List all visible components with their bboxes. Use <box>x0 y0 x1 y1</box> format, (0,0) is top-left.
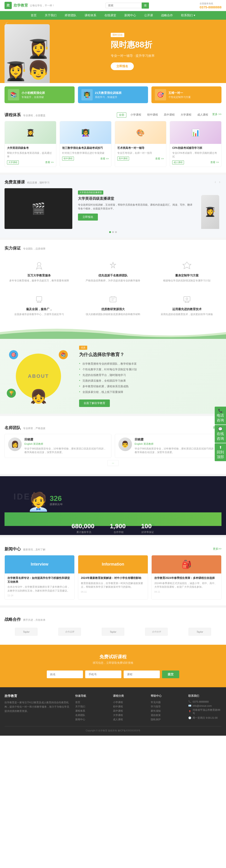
strength-name-1: 优先选派千名教师团队 <box>82 274 144 278</box>
footer-contact-val-0: 0375-8888888 <box>193 701 208 703</box>
nav-item-home[interactable]: 首页 <box>27 11 41 20</box>
course-body-1: 初三数学强化备考及基础考试技巧 针对初三学生数学薄弱点进行专项突破 初中课程 查… <box>60 144 111 163</box>
strength-section: 实力保证 专业团队，品质保障 百万大学教育服务 多年专注教育领域，服务学员超百万… <box>0 240 226 325</box>
course-image-3: 📊 <box>170 121 221 144</box>
footer-link-0-2[interactable]: 课程体系 <box>75 709 108 713</box>
search-button[interactable]: 搜 <box>142 2 149 9</box>
divider-6 <box>0 606 226 608</box>
footer-link-2-1[interactable]: 学习指导 <box>151 705 184 709</box>
news-more[interactable]: 更多>> <box>213 547 222 551</box>
courses-more[interactable]: 更多 >> <box>212 113 222 118</box>
live-prev-btn[interactable]: ‹ <box>215 180 216 184</box>
footer-link-2-4[interactable]: 隐私保护 <box>151 717 184 722</box>
banner-students: 👩‍🎓 <box>4 24 50 83</box>
course-desc-1: 针对初三学生数学薄弱点进行专项突破 <box>62 151 109 155</box>
footer-divider: Copyright © 欣学教育 版权所有 豫ICP备XXXXXXXX号 <box>4 726 222 732</box>
stats-top: IDEA 🧑‍💼 326 授课班次/年 <box>4 485 222 513</box>
course-link-0[interactable]: 查看 >> <box>45 161 54 164</box>
strength-icon-2 <box>181 260 193 271</box>
news-header-label-2: 🎒 <box>182 560 192 569</box>
teachers-more-link[interactable]: ··· <box>107 460 119 466</box>
feature-desc-1: 系统学习，快速提升 <box>95 95 122 99</box>
why-list: 欣学教育拥有专业的师资团队，教学经验丰富 个性化教学方案，针对每位学员制定专属计… <box>79 361 222 395</box>
nav-item-news[interactable]: 新闻中心 <box>120 11 140 20</box>
courses-subtitle: 专业课程，全面覆盖 <box>23 114 45 117</box>
partner-logo-3: 合作伙伴 <box>145 628 168 636</box>
nav-item-partners[interactable]: 战略合作 <box>157 11 177 20</box>
course-tab-middle[interactable]: 初中课程 <box>145 113 160 118</box>
nav-item-about[interactable]: 关于我们 <box>41 11 61 20</box>
course-tab-adult[interactable]: 成人课程 <box>195 113 210 118</box>
strength-name-3: 遍及全国，服务广， <box>8 307 70 311</box>
course-card-1: 👩‍🏫 初三数学强化备考及基础考试技巧 针对初三学生数学薄弱点进行专项突破 初中… <box>60 121 111 167</box>
course-tab-all[interactable]: 全部 <box>117 113 126 118</box>
float-chat-button[interactable]: 💬 在线咨询 <box>215 425 226 443</box>
course-link-3[interactable]: 查看 >> <box>211 161 219 164</box>
trial-submit-button[interactable]: 提交 <box>162 671 179 678</box>
live-signup-button[interactable]: 立即报名 <box>78 214 98 221</box>
stat-label-0: 累计服务学员 <box>72 530 96 534</box>
live-nav: ‹ › <box>214 180 222 184</box>
live-dot-1[interactable] <box>112 231 114 233</box>
footer-link-1-0[interactable]: 小学课程 <box>113 700 146 705</box>
teacher-avatar-0: 👩 <box>8 437 22 451</box>
news-section: 新闻中心 最新资讯，及时了解 更多>> Interview 欣学教育名师专访：如… <box>0 537 226 606</box>
live-dot-0[interactable] <box>109 231 111 233</box>
nav-item-online[interactable]: 在线课堂 <box>100 11 120 20</box>
nav-item-teachers[interactable]: 师资团队 <box>61 11 80 20</box>
strength-name-4: 优质教研资源强大 <box>82 307 144 311</box>
footer-link-0-3[interactable]: 名师团队 <box>75 713 108 717</box>
course-tab-primary[interactable]: 小学课程 <box>129 113 143 118</box>
footer-link-0-0[interactable]: 首页 <box>75 700 108 705</box>
footer-contact-val-3: 周一至周日 9:00-21:00 <box>193 716 218 720</box>
nav-item-contact[interactable]: 联系我们 ▾ <box>177 11 199 20</box>
banner-cta-button[interactable]: 立即报名 <box>111 62 134 70</box>
course-tab-high[interactable]: 高中课程 <box>162 113 176 118</box>
footer-link-1-1[interactable]: 初中课程 <box>113 705 146 709</box>
search-input[interactable] <box>105 3 142 8</box>
stat-item-0: 680,000+ 累计服务学员 <box>72 523 96 534</box>
footer-link-1-2[interactable]: 高中课程 <box>113 709 146 713</box>
feature-card-1[interactable]: 👨‍🏫 21天教育强化训练班 系统学习，快速提升 <box>78 86 148 103</box>
float-phone-button[interactable]: 📞 电话咨询 <box>215 406 226 424</box>
trial-input-course[interactable] <box>124 671 160 678</box>
footer-link-1-4[interactable]: 成人课程 <box>113 717 146 722</box>
partners-header: 战略合作 携手共进，共创未来 <box>4 613 222 624</box>
partner-logo-0: Taylor <box>15 628 37 636</box>
partners-subtitle: 携手共进，共创未来 <box>23 618 45 622</box>
footer-about: 欣学教育 欣学教育是一家专注于K12教育及成人教育的综合性教育机构，提供个性化一… <box>4 694 71 722</box>
footer-link-2-3[interactable]: 退款政策 <box>151 713 184 717</box>
course-link-2[interactable]: 查看 >> <box>155 157 164 160</box>
course-link-1[interactable]: 查看 >> <box>100 157 109 160</box>
course-body-0: 大学英语四级备考 帮助大学生系统备考英语四级，提高通过率 大学课程 查看 >> <box>5 144 56 167</box>
nav-item-courses[interactable]: 课程体系 <box>80 11 100 20</box>
trial-input-name[interactable] <box>47 671 83 678</box>
feature-card-2[interactable]: 🎯 五维一对一 个性化定制学习方案 <box>152 86 222 103</box>
trial-input-phone[interactable] <box>85 671 121 678</box>
stat-item-1: 1,900+ 合作学校 <box>110 523 127 534</box>
divider-5 <box>0 535 226 537</box>
live-dot-2[interactable] <box>115 231 117 233</box>
footer-link-1-3[interactable]: 大学课程 <box>113 713 146 717</box>
strength-icon-5 <box>181 293 193 305</box>
course-title-2: 艺术类高考一对一辅导 <box>117 146 164 150</box>
teacher-name-1: 田晓霞 <box>135 437 218 441</box>
feature-card-0[interactable]: 📚 小小初精英强化班 专项提升，全面突破 <box>4 86 74 103</box>
strength-item-1: 优先选派千名教师团队 严格筛选优秀教师，为学员提供最专业的教学服务 <box>78 256 148 286</box>
stats-number: 326 授课班次/年 <box>50 494 63 506</box>
why-icon-tl: 🎯 <box>9 350 18 359</box>
footer-link-2-2[interactable]: 家长须知 <box>151 709 184 713</box>
nav-item-open[interactable]: 公开课 <box>140 11 157 20</box>
stat-num-0: 680,000+ <box>72 523 96 530</box>
course-tab-college[interactable]: 大学课程 <box>179 113 193 118</box>
news-card-2: 🎒 欣学教育2024年春季招生简章：多种课程任你选择 2024年春季课程正式开始… <box>152 555 222 600</box>
float-top-button[interactable]: ⬆ 回到顶部 <box>215 443 226 461</box>
footer-col-title-1: 课程分类 <box>113 694 146 698</box>
live-next-btn[interactable]: › <box>219 180 220 184</box>
footer-link-2-0[interactable]: 常见问题 <box>151 700 184 705</box>
trial-subtitle: 填写信息，立即获取免费试听资格 <box>4 661 222 665</box>
footer-link-0-1[interactable]: 关于我们 <box>75 705 108 709</box>
footer-link-0-4[interactable]: 新闻中心 <box>75 717 108 722</box>
teacher-avatar-1: 👨 <box>119 437 132 451</box>
why-more-button[interactable]: 全面了解欣学教育 <box>79 400 110 407</box>
